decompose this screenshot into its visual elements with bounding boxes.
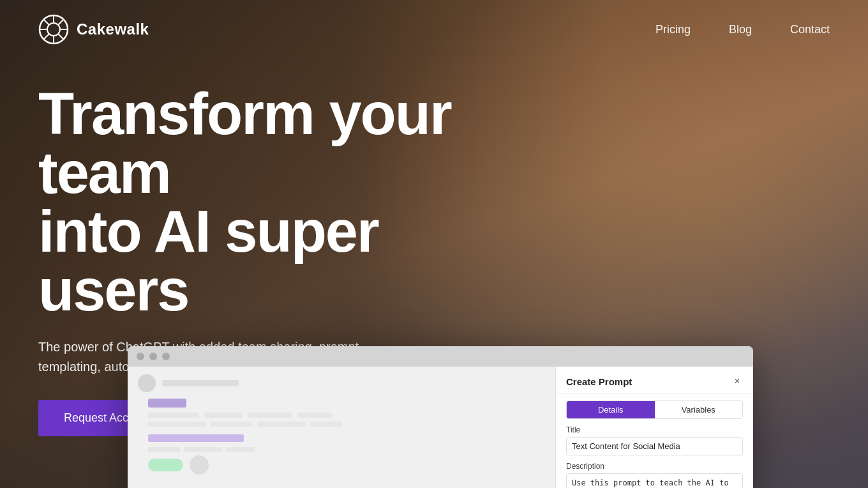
hero-title-line1: Transform your team bbox=[38, 81, 451, 205]
nav-contact[interactable]: Contact bbox=[790, 23, 830, 36]
titlebar bbox=[128, 346, 753, 367]
cell3 bbox=[248, 413, 292, 418]
logo-icon bbox=[38, 14, 69, 45]
tab-variables[interactable]: Variables bbox=[655, 401, 743, 418]
modal-header: Create Prompt × bbox=[556, 367, 753, 394]
svg-line-6 bbox=[44, 20, 50, 26]
svg-line-8 bbox=[58, 20, 64, 26]
logo-area[interactable]: Cakewalk bbox=[38, 14, 149, 45]
left-panel bbox=[128, 367, 555, 488]
name-placeholder bbox=[162, 380, 239, 386]
tab-details[interactable]: Details bbox=[567, 401, 655, 418]
desc-field-textarea[interactable]: Use this prompt to teach the AI to write… bbox=[566, 473, 743, 488]
modal-title: Create Prompt bbox=[566, 376, 632, 387]
cell1 bbox=[148, 413, 199, 418]
navbar: Cakewalk Pricing Blog Contact bbox=[0, 0, 868, 59]
modal-close-button[interactable]: × bbox=[731, 376, 743, 387]
tag1 bbox=[148, 447, 180, 452]
hero-title: Transform your team into AI super users bbox=[38, 84, 460, 319]
cell4 bbox=[297, 413, 333, 418]
badge-green bbox=[148, 459, 183, 471]
hero-title-line2: into AI super users bbox=[38, 199, 378, 323]
modal-body: Title Description Use this prompt to tea… bbox=[556, 425, 753, 488]
modal-tabs: Details Variables bbox=[566, 400, 743, 419]
label-placeholder bbox=[148, 399, 186, 408]
prompt-title-placeholder bbox=[148, 434, 244, 442]
svg-line-7 bbox=[58, 34, 64, 40]
logo-text: Cakewalk bbox=[77, 20, 149, 38]
avatar-placeholder bbox=[138, 374, 156, 392]
screenshot-body: Create Prompt × Details Variables Title … bbox=[128, 367, 753, 488]
title-field-input[interactable] bbox=[566, 437, 743, 455]
cell2 bbox=[204, 413, 243, 418]
titlebar-dot-red bbox=[137, 353, 144, 360]
nav-pricing[interactable]: Pricing bbox=[655, 23, 691, 36]
create-prompt-modal: Create Prompt × Details Variables Title … bbox=[555, 367, 753, 488]
avatar2 bbox=[190, 455, 209, 475]
nav-links: Pricing Blog Contact bbox=[655, 23, 830, 36]
left-panel-content bbox=[128, 367, 555, 482]
cell5 bbox=[148, 422, 206, 427]
app-screenshot: Create Prompt × Details Variables Title … bbox=[128, 346, 753, 488]
titlebar-dot-green bbox=[162, 353, 170, 360]
nav-blog[interactable]: Blog bbox=[729, 23, 752, 36]
cell8 bbox=[310, 422, 342, 427]
tag2 bbox=[184, 447, 222, 452]
cell6 bbox=[211, 422, 252, 427]
tag3 bbox=[226, 447, 255, 452]
cell7 bbox=[257, 422, 305, 427]
desc-field-label: Description bbox=[566, 462, 743, 471]
title-field-label: Title bbox=[566, 425, 743, 434]
svg-line-9 bbox=[44, 34, 50, 40]
titlebar-dot-yellow bbox=[149, 353, 157, 360]
